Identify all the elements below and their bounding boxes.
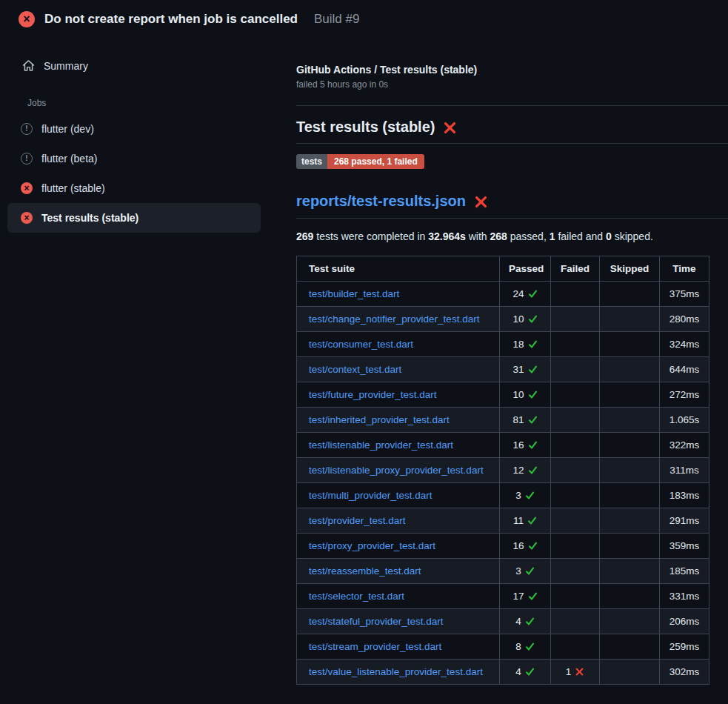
check-icon xyxy=(528,339,538,349)
time-cell: 331ms xyxy=(660,584,709,609)
failed-cell xyxy=(551,282,600,307)
divider xyxy=(296,218,728,219)
test-suite-link[interactable]: test/listenable_proxy_provider_test.dart xyxy=(309,465,484,476)
test-suite-link[interactable]: test/builder_test.dart xyxy=(309,288,399,299)
time-cell: 302ms xyxy=(660,660,709,685)
skipped-count: 0 xyxy=(606,230,612,242)
time-cell: 272ms xyxy=(660,382,709,408)
time-cell: 259ms xyxy=(660,634,709,660)
duration-value: 32.964s xyxy=(428,230,466,242)
failed-x-icon xyxy=(474,195,488,209)
test-suite-link[interactable]: test/provider_test.dart xyxy=(309,515,406,526)
failed-count: 1 xyxy=(566,666,572,677)
sidebar-item-flutter-dev[interactable]: flutter (dev) xyxy=(7,114,261,144)
summary-text-fragment: tests were completed in xyxy=(313,230,428,242)
skipped-cell xyxy=(600,559,660,584)
check-icon xyxy=(528,365,538,374)
table-row: test/context_test.dart31644ms xyxy=(297,357,709,382)
test-suite-link[interactable]: test/value_listenable_provider_test.dart xyxy=(309,666,483,677)
report-title: Test results (stable) xyxy=(296,119,435,136)
time-cell: 359ms xyxy=(660,534,709,559)
test-suite-link[interactable]: test/reassemble_test.dart xyxy=(309,565,421,577)
table-row: test/proxy_provider_test.dart16359ms xyxy=(297,534,709,559)
skipped-cell xyxy=(600,458,660,483)
table-row: test/provider_test.dart11291ms xyxy=(297,508,709,534)
test-suite-cell: test/inherited_provider_test.dart xyxy=(297,408,500,433)
test-suite-link[interactable]: test/selector_test.dart xyxy=(309,591,404,602)
jobs-section-label: Jobs xyxy=(27,98,261,108)
passed-cell: 81 xyxy=(500,408,551,433)
total-count: 269 xyxy=(296,230,313,242)
passed-cell: 18 xyxy=(500,332,551,357)
test-suite-cell: test/consumer_test.dart xyxy=(297,332,500,357)
test-suite-link[interactable]: test/multi_provider_test.dart xyxy=(309,490,433,501)
check-icon xyxy=(528,289,538,299)
neutral-status-icon xyxy=(21,153,33,165)
build-number: Build #9 xyxy=(314,12,359,27)
time-cell: 311ms xyxy=(660,458,709,483)
report-file-link[interactable]: reports/test-results.json xyxy=(296,193,466,210)
test-suite-cell: test/reassemble_test.dart xyxy=(297,559,500,584)
test-suite-cell: test/multi_provider_test.dart xyxy=(297,483,500,508)
test-suite-link[interactable]: test/consumer_test.dart xyxy=(309,339,413,350)
test-results-table: Test suite Passed Failed Skipped Time te… xyxy=(296,256,709,685)
test-suite-cell: test/selector_test.dart xyxy=(297,584,500,609)
passed-count: 12 xyxy=(512,465,524,476)
divider xyxy=(296,143,728,144)
sidebar-item-flutter-beta[interactable]: flutter (beta) xyxy=(7,144,261,173)
test-suite-cell: test/listenable_provider_test.dart xyxy=(297,433,500,458)
passed-cell: 4 xyxy=(500,609,551,634)
run-status-line: failed 5 hours ago in 0s xyxy=(296,79,728,90)
test-suite-link[interactable]: test/proxy_provider_test.dart xyxy=(309,540,435,551)
passed-count: 81 xyxy=(512,414,524,425)
passed-count: 17 xyxy=(512,591,524,602)
passed-cell: 17 xyxy=(500,584,551,609)
skipped-cell xyxy=(600,307,660,332)
passed-count: 31 xyxy=(512,364,524,375)
passed-cell: 12 xyxy=(500,458,551,483)
report-file-heading: reports/test-results.json xyxy=(296,193,728,210)
column-header-time: Time xyxy=(660,256,709,282)
passed-count: 3 xyxy=(515,565,521,577)
passed-count: 11 xyxy=(513,515,524,526)
test-suite-link[interactable]: test/future_provider_test.dart xyxy=(309,389,437,400)
check-icon xyxy=(525,566,535,576)
sidebar-item-summary[interactable]: Summary xyxy=(7,53,261,78)
table-row: test/selector_test.dart17331ms xyxy=(297,584,709,609)
test-suite-link[interactable]: test/stateful_provider_test.dart xyxy=(309,616,444,627)
test-suite-link[interactable]: test/stream_provider_test.dart xyxy=(309,641,441,652)
test-suite-link[interactable]: test/inherited_provider_test.dart xyxy=(309,414,450,425)
check-icon xyxy=(525,617,535,626)
failed-cell xyxy=(551,508,600,534)
neutral-status-icon xyxy=(21,123,33,135)
failed-x-icon xyxy=(443,121,457,135)
column-header-skipped: Skipped xyxy=(600,256,660,282)
test-suite-cell: test/stateful_provider_test.dart xyxy=(297,609,500,634)
cross-icon xyxy=(575,667,584,677)
summary-text-fragment: skipped. xyxy=(612,230,653,242)
passed-count: 10 xyxy=(512,313,524,325)
tests-badge: tests 268 passed, 1 failed xyxy=(296,154,424,169)
time-cell: 644ms xyxy=(660,357,709,382)
time-cell: 291ms xyxy=(660,508,709,534)
breadcrumb: GitHub Actions / Test results (stable) xyxy=(296,64,728,76)
skipped-cell xyxy=(600,508,660,534)
check-icon xyxy=(528,390,538,399)
test-suite-link[interactable]: test/listenable_provider_test.dart xyxy=(309,439,453,451)
sidebar-item-flutter-stable[interactable]: flutter (stable) xyxy=(7,173,261,203)
test-suite-cell: test/value_listenable_provider_test.dart xyxy=(297,660,500,685)
test-suite-link[interactable]: test/context_test.dart xyxy=(309,364,401,375)
sidebar-item-test-results-stable[interactable]: Test results (stable) xyxy=(7,203,261,233)
skipped-cell xyxy=(600,408,660,433)
check-icon xyxy=(525,491,535,500)
failed-count: 1 xyxy=(550,230,555,242)
passed-cell: 4 xyxy=(500,660,551,685)
skipped-cell xyxy=(600,382,660,408)
table-row: test/builder_test.dart24375ms xyxy=(297,282,709,307)
summary-text-fragment: failed and xyxy=(555,230,607,242)
test-suite-link[interactable]: test/change_notifier_provider_test.dart xyxy=(309,313,479,325)
passed-cell: 16 xyxy=(500,534,551,559)
passed-count: 18 xyxy=(512,339,524,350)
time-cell: 324ms xyxy=(660,332,709,357)
passed-cell: 24 xyxy=(500,282,551,307)
